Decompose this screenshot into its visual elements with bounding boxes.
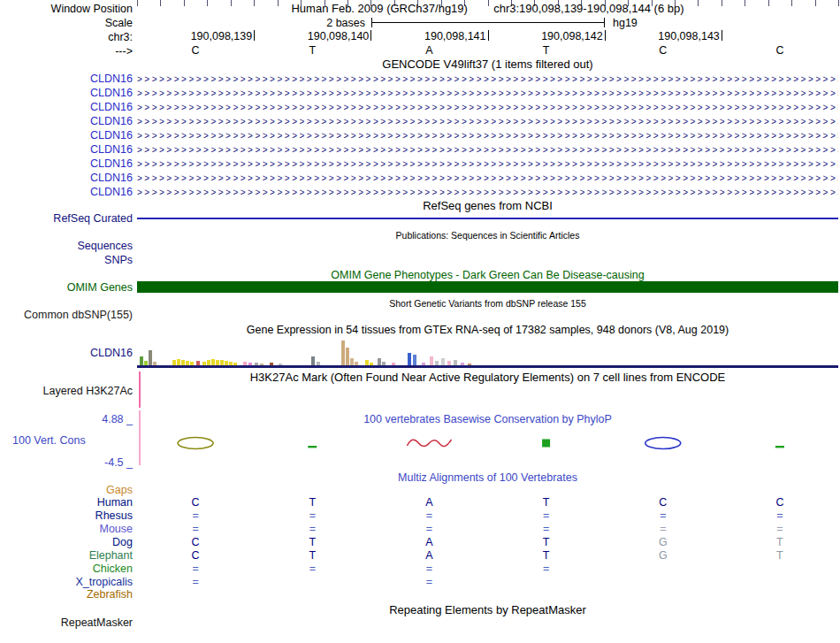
strand-direction-label: ---> [0, 45, 133, 57]
gene-track-label[interactable]: CLDN16 [0, 129, 133, 142]
h3k27ac-title[interactable]: H3K27Ac Mark (Often Found Near Active Re… [137, 371, 838, 384]
gtex-expression-bar[interactable] [430, 356, 433, 365]
gene-structure-row[interactable]: >>>>>>>>>>>>>>>>>>>>>>>>>>>>>>>>>>>>>>>>… [137, 87, 838, 100]
coordinate-row: 190,098,139190,098,140190,098,141190,098… [137, 30, 838, 42]
gene-track-label[interactable]: CLDN16 [0, 101, 133, 113]
species-label[interactable]: Dog [0, 536, 133, 548]
gtex-expression-bar[interactable] [341, 341, 345, 365]
publications-title[interactable]: Publications: Sequences in Scientific Ar… [137, 229, 838, 241]
gtex-expression-bar[interactable] [177, 359, 180, 365]
species-label[interactable]: Rhesus [0, 509, 133, 522]
gene-structure-row[interactable]: >>>>>>>>>>>>>>>>>>>>>>>>>>>>>>>>>>>>>>>>… [137, 101, 838, 114]
gene-structure-row[interactable]: >>>>>>>>>>>>>>>>>>>>>>>>>>>>>>>>>>>>>>>>… [137, 143, 838, 157]
alignment-cell: T [301, 496, 324, 509]
species-label[interactable]: Gaps [0, 484, 133, 496]
multiz-title[interactable]: Multiz Alignments of 100 Vertebrates [137, 471, 838, 484]
gtex-expression-bar[interactable] [311, 356, 315, 365]
gene-track-label[interactable]: CLDN16 [0, 143, 133, 156]
gencode-title[interactable]: GENCODE V49lift37 (1 items filtered out) [137, 58, 838, 71]
snps-track-label[interactable]: SNPs [0, 254, 133, 266]
gene-track-label[interactable]: CLDN16 [0, 73, 133, 85]
phylop-title[interactable]: 100 vertebrates Basewise Conservation by… [137, 413, 838, 425]
phylop-track-label[interactable]: 100 Vert. Cons [12, 434, 86, 447]
gtex-expression-bar[interactable] [408, 353, 411, 365]
phylop-conservation-track [137, 432, 838, 456]
refseq-curated-track-label[interactable]: RefSeq Curated [0, 212, 133, 225]
h3k27ac-track-label[interactable]: Layered H3K27Ac [0, 385, 133, 397]
gtex-gene-label[interactable]: CLDN16 [0, 347, 133, 359]
repeatmasker-title[interactable]: Repeating Elements by RepeatMasker [137, 604, 838, 616]
ruler-tick [838, 0, 839, 6]
species-label[interactable]: Mouse [0, 523, 133, 535]
gene-track-label[interactable]: CLDN16 [0, 172, 133, 184]
scale-bar-left-tick [371, 18, 372, 27]
alignment-cell: G [652, 536, 675, 548]
genome-label: hg19 [613, 17, 638, 29]
alignment-cell: = [301, 509, 324, 522]
gtex-title[interactable]: Gene Expression in 54 tissues from GTEx … [137, 324, 838, 336]
gtex-bar-chart[interactable] [137, 338, 838, 366]
sequences-track-label[interactable]: Sequences [0, 240, 133, 252]
alignment-cell: = [768, 523, 791, 535]
alignment-cell: = [535, 563, 558, 575]
coordinate-tick [254, 30, 255, 41]
omim-gene-bar[interactable] [137, 281, 838, 293]
alignment-cell: C [652, 496, 675, 509]
repeatmasker-track-label[interactable]: RepeatMasker [0, 616, 133, 629]
scale-bar [371, 18, 605, 27]
gene-structure-row[interactable]: >>>>>>>>>>>>>>>>>>>>>>>>>>>>>>>>>>>>>>>>… [137, 73, 838, 86]
alignment-cell: A [417, 496, 440, 509]
base-letter: C [654, 44, 672, 57]
omim-title[interactable]: OMIM Gene Phenotypes - Dark Green Can Be… [137, 269, 838, 281]
gtex-expression-bar[interactable] [441, 358, 445, 365]
refseq-title[interactable]: RefSeq genes from NCBI [137, 200, 838, 212]
alignment-cell: C [768, 496, 791, 509]
coordinate-label: 190,098,142 [519, 30, 603, 42]
gene-structure-row[interactable]: >>>>>>>>>>>>>>>>>>>>>>>>>>>>>>>>>>>>>>>>… [137, 157, 838, 171]
base-letter: C [187, 44, 204, 57]
gene-structure-row[interactable]: >>>>>>>>>>>>>>>>>>>>>>>>>>>>>>>>>>>>>>>>… [137, 186, 838, 199]
species-label[interactable]: Elephant [0, 549, 133, 562]
gene-track-label[interactable]: CLDN16 [0, 186, 133, 198]
gene-track-label[interactable]: CLDN16 [0, 157, 133, 170]
alignment-cell: = [184, 563, 207, 575]
gtex-expression-bar[interactable] [413, 355, 416, 365]
alignment-cell: G [652, 549, 675, 562]
species-label[interactable]: Human [0, 496, 133, 509]
conservation-mark [645, 438, 681, 449]
gtex-expression-bar[interactable] [211, 359, 215, 365]
gene-structure-row[interactable]: >>>>>>>>>>>>>>>>>>>>>>>>>>>>>>>>>>>>>>>>… [137, 129, 838, 142]
alignment-cell: T [535, 496, 558, 509]
coordinate-label: 190,098,143 [636, 30, 720, 42]
gtex-expression-bar[interactable] [346, 348, 349, 365]
gene-track-label[interactable]: CLDN16 [0, 115, 133, 127]
alignment-cell: A [417, 549, 440, 562]
base-letter: A [420, 44, 438, 57]
species-label[interactable]: Zebrafish [0, 588, 133, 601]
alignment-cell: = [768, 509, 791, 522]
gene-track-label[interactable]: CLDN16 [0, 87, 133, 99]
alignment-cell: T [535, 536, 558, 548]
alignment-cell: = [184, 576, 207, 588]
gtex-expression-bar[interactable] [140, 356, 143, 365]
omim-genes-track-label[interactable]: OMIM Genes [0, 281, 133, 294]
refseq-curated-line[interactable] [137, 218, 838, 219]
dbsnp-track-label[interactable]: Common dbSNP(155) [0, 309, 133, 321]
alignment-cell: T [768, 536, 791, 548]
coordinate-tick [722, 30, 722, 41]
gtex-expression-bar[interactable] [350, 358, 354, 365]
gene-structure-row[interactable]: >>>>>>>>>>>>>>>>>>>>>>>>>>>>>>>>>>>>>>>>… [137, 172, 838, 185]
alignment-cell: = [184, 523, 207, 535]
scale-label: Scale [0, 17, 133, 29]
gtex-expression-bar[interactable] [378, 358, 381, 365]
species-label[interactable]: X_tropicalis [0, 576, 133, 588]
gtex-expression-bar[interactable] [149, 350, 152, 365]
phylop-max-label: 4.88 _ [0, 413, 133, 425]
gtex-baseline [137, 365, 838, 368]
position-range: chr3:190,098,139-190,098,144 (6 bp) [493, 2, 683, 15]
alignment-cell: = [417, 509, 440, 522]
dbsnp-title[interactable]: Short Genetic Variants from dbSNP releas… [137, 297, 838, 310]
gene-structure-row[interactable]: >>>>>>>>>>>>>>>>>>>>>>>>>>>>>>>>>>>>>>>>… [137, 115, 838, 128]
species-label[interactable]: Chicken [0, 563, 133, 575]
alignment-cell: T [535, 549, 558, 562]
